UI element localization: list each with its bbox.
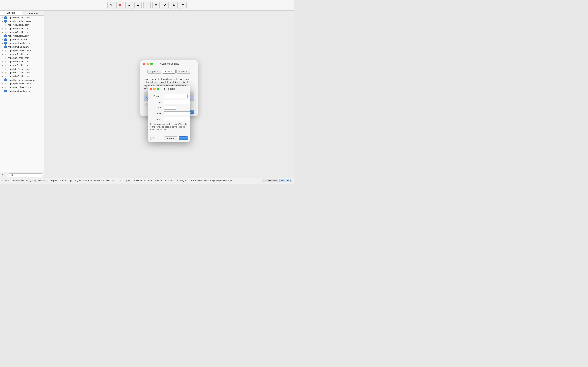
- sidebar-item-10[interactable]: ▶⚡https://sp1.baidu.com: [0, 52, 44, 56]
- tab-include[interactable]: Include: [162, 69, 175, 74]
- circle-button[interactable]: ●: [134, 2, 142, 9]
- filter-input[interactable]: [9, 173, 43, 177]
- chevron-right-icon: ▶: [2, 50, 4, 52]
- tab-sequence[interactable]: Sequence: [22, 11, 44, 16]
- record-button[interactable]: ⏺: [116, 2, 124, 9]
- sidebar-item-url: https://feed.baidu.com: [8, 42, 30, 44]
- sidebar-item-url: https://sp1.baidu.com: [8, 53, 29, 55]
- globe-icon: [4, 20, 7, 23]
- cloud-button[interactable]: ☁: [125, 2, 133, 9]
- tab-exclude[interactable]: Exclude: [176, 69, 190, 74]
- lightning-icon: ⚡: [4, 24, 7, 26]
- modal-maximize-button[interactable]: [150, 63, 153, 65]
- chevron-right-icon: ▶: [2, 31, 4, 33]
- client-process-badge[interactable]: Client Process: [262, 179, 278, 183]
- lightning-icon: ⚡: [4, 60, 7, 63]
- port-row: Port:: [150, 106, 188, 110]
- lightning-icon: ⚡: [4, 53, 7, 56]
- gear-button[interactable]: ⚙: [179, 2, 187, 9]
- chevron-right-icon: ▶: [2, 24, 4, 26]
- sidebar-item-16[interactable]: ▶⚡https://dss0.baidu.com: [0, 75, 44, 78]
- refresh-button[interactable]: ↺: [152, 2, 160, 9]
- sidebar-item-url: https://ss3.baidu.com: [8, 60, 29, 63]
- globe-icon: [4, 78, 7, 81]
- sidebar-item-url: https://sp2.baidu.com: [8, 57, 29, 59]
- port-label: Port:: [150, 106, 162, 109]
- sidebar-item-url: https://ss2.baidu.com: [8, 31, 29, 33]
- sidebar-item-15[interactable]: ▶⚡https://dss2.baidu.com: [0, 71, 44, 75]
- sidebar-item-2[interactable]: ▶⚡https://ss0.baidu.com: [0, 23, 44, 27]
- tab-structure[interactable]: Structure: [0, 11, 22, 16]
- query-input[interactable]: [164, 117, 190, 121]
- sidebar-tabs: Structure Sequence: [0, 11, 44, 16]
- sidebar-item-url: https://dss1.baidu.com: [8, 68, 30, 70]
- sidebar-item-18[interactable]: ▶⚡https://pics2.baidu.com: [0, 82, 44, 85]
- sidebar-item-9[interactable]: ▶⚡https://pics3.baidu.com: [0, 49, 44, 52]
- help-button[interactable]: ?: [150, 137, 154, 140]
- tools-button[interactable]: ✂: [170, 2, 178, 9]
- status-bar: POST https://note.youdao.com/yws/api/per…: [0, 178, 294, 184]
- edit-close-button[interactable]: [150, 88, 152, 90]
- globe-icon: [4, 38, 7, 41]
- sidebar-item-url: https://www.baidu.com: [8, 16, 30, 19]
- modal-minimize-button[interactable]: [147, 63, 149, 65]
- check-button[interactable]: ✓: [161, 2, 169, 9]
- sidebar-item-6[interactable]: ▶https://m.baidu.com: [0, 38, 44, 42]
- edit-footer: ? Cancel OK: [148, 135, 190, 142]
- recording-badge[interactable]: Recording: [279, 179, 292, 183]
- chevron-right-icon: ▶: [2, 68, 4, 70]
- host-input[interactable]: [164, 100, 190, 104]
- port-input[interactable]: [164, 106, 176, 110]
- sidebar-item-20[interactable]: ▶https://mbd.baidu.com: [0, 89, 44, 93]
- sidebar-item-3[interactable]: ▶⚡https://ss1.baidu.com: [0, 27, 44, 30]
- chevron-right-icon: ▶: [2, 35, 4, 37]
- sidebar-item-1[interactable]: ▶https://imgsa.baidu.com: [0, 19, 44, 23]
- pen-button[interactable]: ✎: [107, 2, 115, 9]
- ok-button[interactable]: OK: [179, 136, 188, 141]
- sidebar-item-url: https://pics3.baidu.com: [8, 49, 31, 52]
- sidebar-item-url: https://dss0.baidu.com: [8, 75, 30, 77]
- sidebar-list: ▶https://www.baidu.com▶https://imgsa.bai…: [0, 16, 44, 178]
- sidebar-item-url: https://baijiahao.baidu.com: [8, 79, 35, 81]
- modal-tabs: Options Include Exclude: [140, 67, 198, 75]
- path-input[interactable]: [164, 111, 190, 115]
- protocol-select[interactable]: https http ftp: [164, 94, 188, 98]
- chevron-right-icon: ▶: [2, 72, 4, 74]
- edit-hint: Empty fields match all values. Wildcards…: [150, 123, 188, 131]
- edit-maximize-button[interactable]: [156, 88, 159, 90]
- lightning-icon: ⚡: [4, 71, 7, 74]
- chevron-right-icon: ▶: [2, 60, 4, 63]
- cancel-button[interactable]: Cancel: [164, 136, 177, 141]
- sidebar-item-4[interactable]: ▶⚡https://ss2.baidu.com: [0, 30, 44, 34]
- host-label: Host:: [150, 101, 162, 103]
- sidebar-item-14[interactable]: ▶⚡https://dss1.baidu.com: [0, 67, 44, 71]
- toolbar: ✎ ⏺ ☁ ● 🖊 ↺ ✓ ✂ ⚙: [0, 0, 294, 11]
- sidebar-item-5[interactable]: ▶https://hpd.baidu.com: [0, 34, 44, 38]
- sidebar-item-12[interactable]: ▶⚡https://ss3.baidu.com: [0, 60, 44, 63]
- sidebar-item-url: https://imgsa.baidu.com: [8, 20, 31, 22]
- pin-button[interactable]: 🖊: [143, 2, 151, 9]
- sidebar: Structure Sequence ▶https://www.baidu.co…: [0, 11, 44, 178]
- lightning-icon: ⚡: [4, 31, 7, 34]
- sidebar-item-17[interactable]: ▶https://baijiahao.baidu.com: [0, 78, 44, 82]
- sidebar-item-7[interactable]: ▶https://feed.baidu.com: [0, 42, 44, 45]
- chevron-right-icon: ▶: [2, 27, 4, 30]
- globe-icon: [4, 16, 7, 19]
- globe-icon: [4, 45, 7, 48]
- sidebar-item-19[interactable]: ▶⚡https://pics1.baidu.com: [0, 85, 44, 89]
- tab-options[interactable]: Options: [147, 69, 161, 74]
- modal-close-button[interactable]: [143, 63, 145, 65]
- edit-minimize-button[interactable]: [153, 88, 156, 90]
- protocol-row: Protocol: https http ftp ▼: [150, 94, 188, 98]
- sidebar-item-13[interactable]: ▶⚡https://sp0.baidu.com: [0, 63, 44, 67]
- lightning-icon: ⚡: [4, 64, 7, 67]
- sidebar-item-11[interactable]: ▶⚡https://sp2.baidu.com: [0, 56, 44, 60]
- sidebar-item-8[interactable]: ▶https://hm.baidu.com: [0, 45, 44, 49]
- chevron-right-icon: ▶: [2, 75, 4, 77]
- globe-icon: [4, 90, 7, 92]
- sidebar-item-0[interactable]: ▶https://www.baidu.com: [0, 16, 44, 19]
- status-right: Client Process Recording: [262, 179, 292, 183]
- sidebar-item-url: https://hpd.baidu.com: [8, 35, 29, 37]
- lightning-icon: ⚡: [4, 75, 7, 78]
- protocol-select-wrapper: https http ftp ▼: [164, 94, 188, 98]
